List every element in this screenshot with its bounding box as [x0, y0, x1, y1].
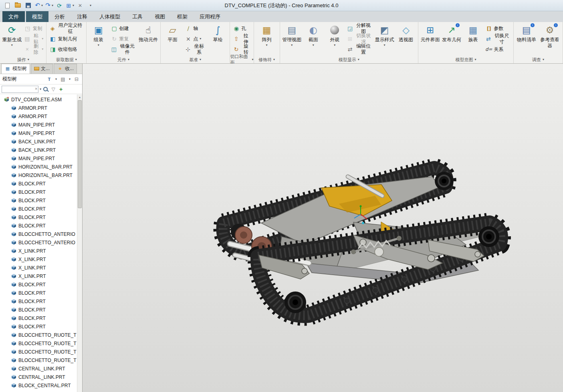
family-table-button[interactable]: 族表: [463, 23, 483, 44]
relations-button[interactable]: 关系: [484, 44, 512, 54]
tree-item[interactable]: X_LINK.PRT: [0, 255, 82, 263]
tree-item[interactable]: BLOCCHETTO_RUOTE_T: [0, 331, 82, 339]
section-button[interactable]: 截面: [303, 23, 324, 48]
tab-model-tree[interactable]: 模型树: [1, 64, 30, 74]
edit-position-button[interactable]: 编辑位置: [346, 44, 373, 54]
chevron-down-icon[interactable]: [40, 88, 41, 91]
clear-search-icon[interactable]: [34, 87, 38, 91]
copy-button[interactable]: 复制: [23, 23, 44, 34]
tab-file[interactable]: 文件: [2, 11, 25, 22]
datum-plane-button[interactable]: 平面: [162, 23, 183, 44]
repeat-button[interactable]: 重复: [110, 34, 137, 44]
new-file-button[interactable]: [2, 1, 12, 10]
hole-button[interactable]: 孔: [232, 23, 252, 34]
group-footer-component[interactable]: 元件: [87, 56, 160, 63]
parameters-button[interactable]: 参数: [484, 23, 512, 34]
tree-item[interactable]: MAIN_PIPE.PRT: [0, 129, 82, 137]
paste-button[interactable]: 粘贴: [23, 34, 44, 44]
tree-item[interactable]: BLOCK.PRT: [0, 188, 82, 196]
tree-item[interactable]: BLOCK.PRT: [0, 196, 82, 205]
tree-filter-button[interactable]: [46, 76, 52, 82]
windows-button[interactable]: [65, 1, 75, 10]
tab-tools[interactable]: 工具: [126, 11, 149, 22]
appearance-button[interactable]: 外观: [325, 23, 345, 48]
switch-dimensions-button[interactable]: 切换尺寸: [484, 34, 512, 44]
delete-button[interactable]: 删除: [23, 44, 44, 54]
group-footer-cut-surface[interactable]: 切口和曲面: [230, 56, 253, 63]
tree-item[interactable]: BLOCK.PRT: [0, 289, 82, 297]
group-footer-datum[interactable]: 基准: [161, 56, 230, 63]
group-footer-model-display[interactable]: 模型显示: [280, 56, 418, 63]
tree-item[interactable]: BLOCK.PRT: [0, 297, 82, 306]
tree-settings-button[interactable]: [73, 76, 80, 82]
reference-viewer-button[interactable]: 参考查看器: [539, 23, 561, 50]
group-footer-model-intent[interactable]: 模型意图: [418, 56, 513, 63]
tree-item[interactable]: BLOCCHETTO_RUOTE_T: [0, 356, 82, 364]
tree-item[interactable]: BLOCCHETTO_ANTERIO: [0, 230, 82, 238]
datum-point-button[interactable]: 点: [184, 34, 207, 44]
assemble-button[interactable]: 组装: [88, 23, 109, 48]
tab-favorites[interactable]: 收...: [54, 64, 77, 74]
tree-item[interactable]: BLOCK.PRT: [0, 280, 82, 289]
extrude-button[interactable]: 拉伸: [232, 34, 252, 44]
redo-button[interactable]: [44, 1, 54, 10]
bom-button[interactable]: 物料清单: [515, 23, 538, 44]
tab-applications[interactable]: 应用程序: [194, 11, 226, 22]
3d-viewport[interactable]: [83, 64, 563, 392]
tab-folder-browser[interactable]: 文...: [31, 64, 53, 74]
tree-item[interactable]: ARMOR.PRT: [0, 104, 82, 112]
3d-model-canvas[interactable]: [83, 64, 563, 392]
tree-item[interactable]: BLOCK.PRT: [0, 221, 82, 230]
tree-item[interactable]: CENTRAL_LINK.PRT: [0, 373, 82, 381]
tree-item[interactable]: CENTRAL_LINK.PRT: [0, 364, 82, 373]
tab-framework[interactable]: 框架: [171, 11, 194, 22]
tab-model[interactable]: 模型: [26, 11, 48, 22]
tree-item[interactable]: BLOCK.PRT: [0, 306, 82, 314]
tree-item[interactable]: HORIZONTAL_BAR.PRT: [0, 163, 82, 171]
add-filter-button[interactable]: [58, 86, 64, 92]
tree-item[interactable]: BLOCK.PRT: [0, 322, 82, 331]
datum-axis-button[interactable]: 轴: [184, 23, 207, 34]
mirror-component-button[interactable]: 镜像元件: [110, 44, 137, 54]
tree-item[interactable]: BLOCCHETTO_ANTERIO: [0, 238, 82, 247]
tree-item[interactable]: X_LINK.PRT: [0, 263, 82, 272]
publish-geometry-button[interactable]: 发布几何: [441, 23, 462, 44]
display-style-button[interactable]: 显示样式: [374, 23, 395, 48]
tree-item[interactable]: BLOCCHETTO_RUOTE_T: [0, 339, 82, 348]
tree-item[interactable]: BACK_LINK.PRT: [0, 137, 82, 146]
close-window-button[interactable]: [75, 1, 85, 10]
copy-geometry-button[interactable]: 复制几何: [48, 34, 85, 44]
open-button[interactable]: [13, 1, 22, 10]
datum-csys-button[interactable]: 坐标系: [184, 44, 207, 54]
manage-views-button[interactable]: 管理视图: [282, 23, 303, 48]
drag-components-button[interactable]: 拖动元件: [138, 23, 158, 44]
switch-state-button[interactable]: 切换状况: [346, 34, 373, 44]
tree-scrollbar-thumb[interactable]: [78, 100, 82, 208]
tree-item[interactable]: BLOCK.PRT: [0, 205, 82, 213]
tree-item[interactable]: BLOCK_CENTRAL.PRT: [0, 381, 82, 390]
undo-button[interactable]: [34, 1, 43, 10]
customize-toolbar-button[interactable]: [86, 1, 95, 10]
tree-item[interactable]: BLOCCHETTO_RUOTE_T: [0, 348, 82, 356]
tree-item[interactable]: BLOCK.PRT: [0, 314, 82, 322]
tree-item[interactable]: X_LINK.PRT: [0, 247, 82, 255]
component-interface-button[interactable]: 元件界面: [420, 23, 440, 44]
revolve-button[interactable]: 旋转: [232, 44, 252, 54]
scroll-up-icon[interactable]: ▲: [77, 94, 82, 99]
tree-search-input[interactable]: [2, 86, 38, 93]
tree-scrollbar[interactable]: ▲: [77, 94, 82, 392]
save-button[interactable]: [23, 1, 33, 10]
tree-item[interactable]: HORIZONTAL_BAR.PRT: [0, 171, 82, 179]
tree-root-item[interactable]: DTV_COMPLETE.ASM: [0, 95, 82, 104]
filter-funnel-button[interactable]: [50, 86, 57, 92]
tree-list-view-button[interactable]: [60, 76, 66, 82]
tree-item[interactable]: ARMOR.PRT: [0, 112, 82, 121]
tab-analysis[interactable]: 分析: [48, 11, 71, 22]
create-component-button[interactable]: 创建: [110, 23, 137, 34]
udf-button[interactable]: 用户定义特征: [48, 23, 85, 34]
tree-item[interactable]: X_LINK.PRT: [0, 272, 82, 280]
group-footer-investigate[interactable]: 调查: [514, 56, 563, 63]
regenerate-quick-button[interactable]: [54, 1, 64, 10]
pattern-button[interactable]: 阵列: [256, 23, 278, 48]
sketch-button[interactable]: 草绘: [208, 23, 228, 44]
